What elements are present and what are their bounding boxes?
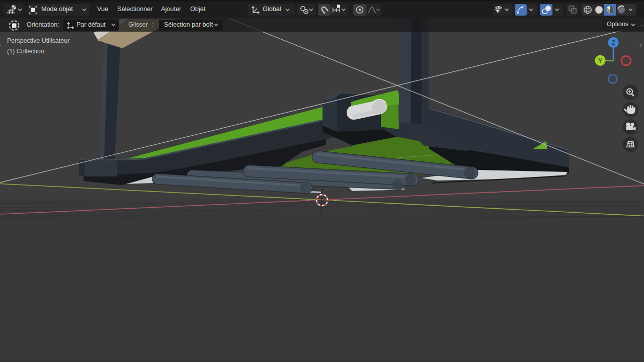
svg-text:Y: Y <box>598 57 603 64</box>
svg-text:Z: Z <box>611 39 615 46</box>
